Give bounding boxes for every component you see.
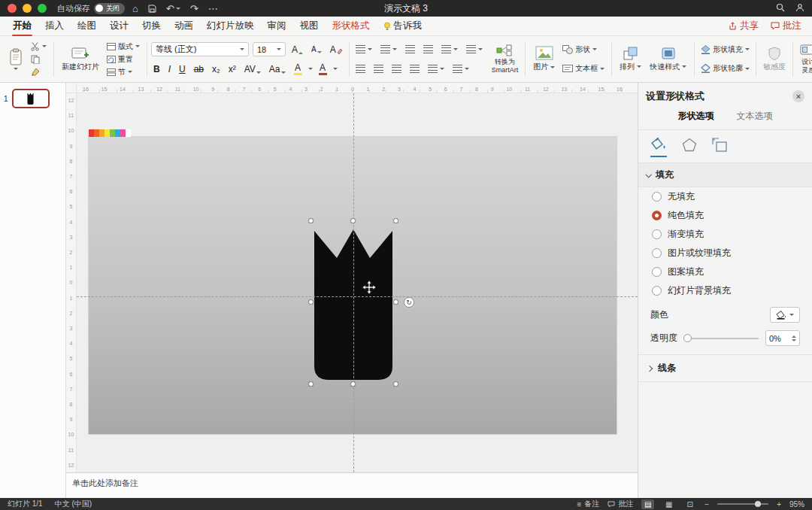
align-left-button[interactable]: [353, 62, 368, 75]
fill-option-pattern[interactable]: 图案填充: [638, 263, 812, 281]
grow-font-button[interactable]: A: [289, 45, 305, 54]
fill-option-solid[interactable]: 纯色填充: [638, 206, 812, 225]
size-properties-category-button[interactable]: [712, 138, 727, 156]
comments-button[interactable]: 批注: [771, 20, 801, 32]
underline-button[interactable]: U: [177, 65, 188, 74]
new-slide-button[interactable]: 新建幻灯片: [59, 38, 102, 80]
font-size-combo[interactable]: 18: [253, 42, 286, 56]
change-case-button[interactable]: Aa: [267, 65, 288, 74]
radio-icon[interactable]: [652, 229, 662, 239]
insert-picture-button[interactable]: 图片: [530, 38, 558, 80]
fill-option-background[interactable]: 幻灯片背景填充: [638, 281, 812, 300]
clear-formatting-button[interactable]: A: [328, 45, 345, 54]
insert-textbox-button[interactable]: 文本框: [560, 62, 607, 75]
radio-selected-icon[interactable]: [652, 211, 662, 220]
selection-handle-e[interactable]: [393, 299, 398, 305]
align-center-button[interactable]: [371, 62, 386, 75]
design-ideas-button[interactable]: 设计灵感: [797, 38, 812, 80]
tab-draw[interactable]: 绘图: [71, 17, 103, 35]
zoom-slider[interactable]: [717, 503, 768, 505]
slide[interactable]: ↻: [89, 137, 617, 434]
fill-line-category-button[interactable]: [650, 137, 667, 157]
stepper-arrows-icon[interactable]: [792, 335, 796, 342]
slide-sorter-view-button[interactable]: ▦: [662, 499, 675, 509]
selection-handle-ne[interactable]: [393, 218, 398, 223]
fill-option-no-fill[interactable]: 无填充: [638, 187, 812, 206]
transparency-spinner[interactable]: 0%: [765, 330, 800, 346]
reset-button[interactable]: 重置: [105, 53, 142, 65]
normal-view-button[interactable]: ▤: [641, 499, 654, 509]
tab-insert[interactable]: 插入: [38, 17, 71, 35]
effects-category-button[interactable]: [682, 138, 697, 156]
zoom-out-button[interactable]: −: [704, 500, 709, 508]
radio-icon[interactable]: [652, 286, 662, 296]
tab-text-options[interactable]: 文本选项: [737, 110, 773, 123]
line-spacing-button[interactable]: [439, 43, 460, 56]
fill-option-picture-texture[interactable]: 图片或纹理填充: [638, 244, 812, 263]
close-panel-icon[interactable]: ×: [792, 90, 804, 102]
selection-handle-nw[interactable]: [308, 218, 314, 223]
selection-handle-w[interactable]: [308, 299, 314, 305]
arrange-button[interactable]: 排列: [617, 38, 644, 80]
character-spacing-button[interactable]: AV: [242, 65, 263, 74]
tab-slideshow[interactable]: 幻灯片放映: [200, 17, 261, 35]
justify-button[interactable]: [408, 62, 422, 75]
save-icon[interactable]: [148, 5, 156, 13]
decrease-indent-button[interactable]: [403, 43, 417, 56]
selection-handle-n[interactable]: [350, 218, 356, 223]
zoom-value[interactable]: 95%: [789, 500, 804, 508]
columns-button[interactable]: [464, 43, 485, 56]
autosave-control[interactable]: 自动保存 关闭: [57, 3, 125, 14]
transparency-slider[interactable]: [684, 338, 759, 339]
home-icon[interactable]: ⌂: [132, 3, 138, 14]
insert-shapes-button[interactable]: 形状: [560, 43, 607, 56]
increase-indent-button[interactable]: [421, 43, 435, 56]
tab-shape-options[interactable]: 形状选项: [678, 110, 714, 123]
tab-tell-me[interactable]: 告诉我: [377, 17, 429, 35]
align-right-button[interactable]: [389, 62, 404, 75]
highlight-color-button[interactable]: A: [292, 63, 304, 75]
tab-shape-format[interactable]: 形状格式: [326, 17, 377, 35]
sensitivity-button[interactable]: 敏感度: [760, 38, 789, 80]
text-direction-button[interactable]: [426, 62, 447, 75]
rotate-handle[interactable]: ↻: [404, 297, 414, 308]
font-name-combo[interactable]: 等线 (正文): [151, 42, 249, 56]
zoom-slider-knob[interactable]: [755, 501, 761, 507]
fill-color-picker[interactable]: [770, 307, 800, 323]
shape-fill-button[interactable]: 形状填充: [698, 43, 752, 56]
zoom-in-button[interactable]: +: [777, 500, 781, 508]
redo-button[interactable]: ↷: [190, 3, 198, 14]
undo-button[interactable]: ↶: [166, 3, 180, 14]
line-section-header[interactable]: 线条: [638, 354, 812, 382]
italic-button[interactable]: I: [166, 65, 173, 74]
zoom-window-button[interactable]: [38, 4, 47, 13]
radio-icon[interactable]: [652, 267, 662, 277]
copy-button[interactable]: [29, 53, 49, 65]
superscript-button[interactable]: x²: [226, 65, 238, 74]
fill-option-gradient[interactable]: 渐变填充: [638, 225, 812, 244]
tab-view[interactable]: 视图: [293, 17, 326, 35]
bullets-button[interactable]: [353, 43, 374, 56]
numbering-button[interactable]: [378, 43, 399, 56]
autosave-toggle[interactable]: 关闭: [94, 3, 125, 14]
tab-animations[interactable]: 动画: [168, 17, 200, 35]
cut-button[interactable]: [29, 40, 49, 53]
slider-knob[interactable]: [683, 334, 692, 342]
selection-handle-sw[interactable]: [308, 381, 314, 387]
layout-button[interactable]: 版式: [105, 40, 142, 53]
font-color-button[interactable]: A: [317, 63, 329, 75]
selection-handle-se[interactable]: [393, 381, 398, 387]
search-icon[interactable]: [776, 2, 785, 15]
account-icon[interactable]: [795, 2, 804, 15]
language-indicator[interactable]: 中文 (中国): [55, 499, 92, 509]
subscript-button[interactable]: x₂: [210, 65, 223, 74]
radio-icon[interactable]: [652, 248, 662, 258]
tab-design[interactable]: 设计: [103, 17, 135, 35]
convert-to-smartart-button[interactable]: 转换为SmartArt: [489, 38, 522, 80]
strikethrough-button[interactable]: ab: [192, 65, 206, 74]
paste-button[interactable]: [5, 38, 26, 80]
notes-toggle-button[interactable]: ≡ 备注: [577, 499, 599, 509]
format-painter-button[interactable]: [29, 65, 49, 78]
tab-transitions[interactable]: 切换: [135, 17, 168, 35]
share-button[interactable]: 共享: [729, 20, 759, 32]
